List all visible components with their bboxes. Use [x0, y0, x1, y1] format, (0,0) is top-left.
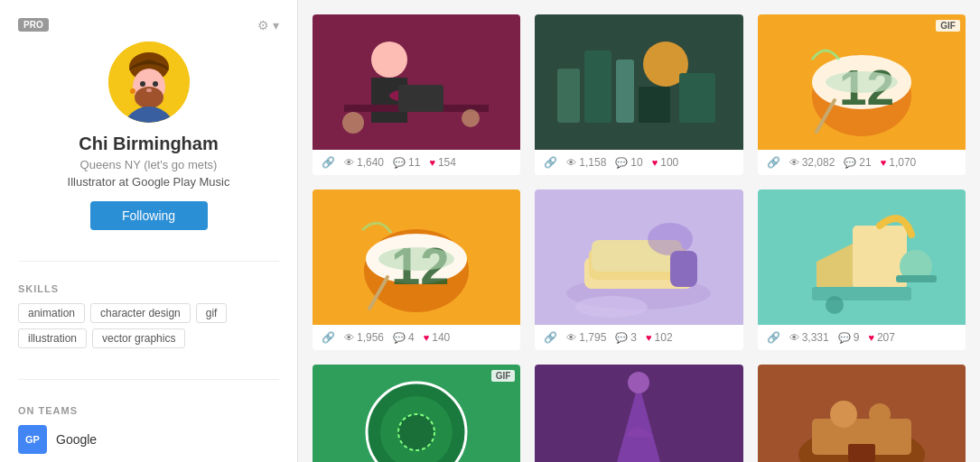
profile-location: Queens NY (let's go mets) — [18, 158, 279, 171]
card-image — [535, 365, 742, 462]
eye-icon: 👁 — [566, 157, 576, 168]
portfolio-card[interactable]: 12 🔗 👁 1,956 💬 4 ♥ 140 — [313, 189, 520, 350]
svg-point-61 — [869, 403, 891, 425]
like-count: 154 — [438, 156, 456, 169]
svg-point-5 — [153, 81, 158, 87]
svg-rect-45 — [812, 287, 911, 300]
comment-count: 11 — [408, 156, 420, 169]
profile-name: Chi Birmingham — [18, 134, 279, 154]
sidebar-top-bar: PRO ⚙ ▾ — [18, 18, 279, 32]
comment-stat: 💬 4 — [393, 331, 415, 344]
like-count: 207 — [877, 331, 895, 344]
gif-badge: GIF — [936, 20, 960, 32]
svg-point-40 — [575, 296, 648, 318]
link-icon: 🔗 — [544, 331, 557, 344]
card-image: 12 — [313, 189, 520, 325]
portfolio-card[interactable]: 🔗 👁 1,158 💬 10 ♥ 100 — [535, 14, 742, 175]
svg-point-4 — [140, 81, 145, 87]
portfolio-card[interactable] — [535, 365, 742, 462]
team-name: Google — [56, 432, 97, 447]
skill-vector-graphics[interactable]: vector graphics — [92, 328, 185, 348]
view-count: 1,956 — [357, 331, 384, 344]
svg-point-27 — [826, 71, 898, 93]
portfolio-card[interactable]: 🔗 👁 3,331 💬 9 ♥ 207 — [758, 189, 966, 350]
link-icon: 🔗 — [322, 331, 335, 344]
gear-icon[interactable]: ⚙ ▾ — [257, 18, 279, 32]
heart-icon: ♥ — [881, 157, 887, 168]
svg-rect-17 — [557, 69, 580, 123]
card-stats: 🔗 👁 32,082 💬 21 ♥ 1,070 — [758, 150, 966, 175]
card-image — [535, 14, 742, 150]
eye-icon: 👁 — [566, 332, 576, 343]
divider-2 — [18, 379, 279, 380]
skill-illustration[interactable]: illustration — [18, 328, 87, 348]
heart-icon: ♥ — [868, 332, 874, 343]
like-count: 140 — [432, 331, 450, 344]
teams-section: ON TEAMS GP Google — [18, 396, 279, 454]
eye-icon: 👁 — [344, 157, 354, 168]
heart-icon: ♥ — [652, 157, 658, 168]
card-stats: 🔗 👁 1,158 💬 10 ♥ 100 — [535, 150, 742, 175]
main-content: 🔗 👁 1,640 💬 11 ♥ 154 🔗 👁 — [298, 0, 980, 462]
card-stats: 🔗 👁 3,331 💬 9 ♥ 207 — [758, 325, 966, 350]
like-stat: ♥ 100 — [652, 156, 679, 169]
like-count: 1,070 — [889, 156, 916, 169]
comment-count: 10 — [630, 156, 642, 169]
like-stat: ♥ 154 — [429, 156, 456, 169]
skills-label: SKILLS — [18, 283, 279, 294]
svg-rect-21 — [639, 87, 670, 123]
link-icon: 🔗 — [767, 156, 780, 169]
following-button[interactable]: Following — [90, 201, 208, 230]
pro-badge: PRO — [18, 18, 49, 32]
svg-rect-42 — [670, 251, 697, 287]
profile-bio: Illustrator at Google Play Music — [18, 175, 279, 189]
heart-icon: ♥ — [429, 157, 435, 168]
view-stat: 👁 1,640 — [344, 156, 384, 169]
heart-icon: ♥ — [646, 332, 652, 343]
svg-rect-47 — [896, 275, 937, 282]
comment-icon: 💬 — [615, 332, 628, 344]
heart-icon: ♥ — [424, 332, 430, 343]
team-item[interactable]: GP Google — [18, 425, 279, 454]
comment-icon: 💬 — [615, 157, 628, 169]
view-count: 3,331 — [802, 331, 829, 344]
portfolio-card[interactable] — [758, 365, 966, 462]
portfolio-card[interactable]: 🔗 👁 1,795 💬 3 ♥ 102 — [535, 189, 742, 350]
comment-icon: 💬 — [393, 157, 406, 169]
view-count: 1,158 — [579, 156, 606, 169]
comment-stat: 💬 21 — [844, 156, 871, 169]
sidebar: PRO ⚙ ▾ — [0, 0, 298, 462]
view-count: 32,082 — [802, 156, 835, 169]
svg-point-60 — [830, 401, 857, 428]
like-stat: ♥ 102 — [646, 331, 673, 344]
svg-rect-19 — [616, 60, 634, 123]
card-image: 12 GIF — [758, 14, 966, 150]
card-image — [758, 189, 966, 325]
comment-count: 3 — [630, 331, 637, 344]
comment-count: 9 — [854, 331, 860, 344]
card-image — [313, 14, 520, 150]
comment-count: 4 — [408, 331, 415, 344]
comment-count: 21 — [859, 156, 871, 169]
skill-character-design[interactable]: character design — [90, 303, 191, 323]
eye-icon: 👁 — [344, 332, 354, 343]
team-logo: GP — [18, 425, 47, 454]
card-image — [535, 189, 742, 325]
portfolio-card[interactable]: GIF — [313, 365, 520, 462]
view-stat: 👁 32,082 — [789, 156, 835, 169]
svg-rect-15 — [398, 85, 443, 112]
svg-rect-18 — [584, 51, 611, 123]
portfolio-card[interactable]: 🔗 👁 1,640 💬 11 ♥ 154 — [313, 14, 520, 175]
svg-rect-62 — [848, 444, 875, 462]
skill-gif[interactable]: gif — [196, 303, 228, 323]
card-image — [758, 365, 966, 462]
skill-animation[interactable]: animation — [18, 303, 85, 323]
portfolio-card[interactable]: 12 GIF 🔗 👁 32,082 💬 21 ♥ 1,070 — [758, 14, 966, 175]
view-stat: 👁 1,795 — [566, 331, 606, 344]
avatar — [108, 42, 190, 123]
link-icon: 🔗 — [322, 156, 335, 169]
svg-point-13 — [342, 112, 364, 134]
svg-rect-22 — [679, 73, 715, 123]
card-image: GIF — [313, 365, 520, 462]
svg-point-48 — [826, 296, 844, 314]
